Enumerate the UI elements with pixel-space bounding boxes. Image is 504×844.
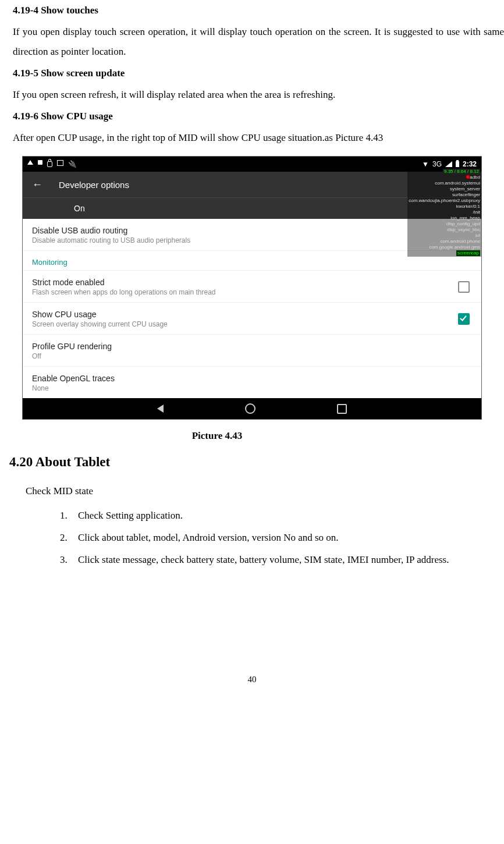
wifi-icon: ▼ bbox=[422, 160, 429, 168]
setting-sub: Off bbox=[32, 352, 472, 360]
para-4-19-6: After open CUP usage, in the right top o… bbox=[0, 128, 504, 148]
lead-4-20: Check MID state bbox=[13, 481, 504, 501]
setting-title: Show CPU usage bbox=[32, 310, 458, 319]
nav-recent-icon[interactable] bbox=[337, 404, 347, 414]
heading-4-19-5: 4.19-5 Show screen update bbox=[0, 68, 504, 79]
navbar bbox=[23, 398, 481, 419]
nav-back-icon[interactable] bbox=[157, 405, 164, 413]
page-number: 40 bbox=[0, 675, 504, 702]
setting-opengl-traces[interactable]: Enable OpenGL traces None bbox=[23, 367, 481, 398]
signal-icon bbox=[445, 161, 452, 167]
setting-title: Disable USB audio routing bbox=[32, 226, 472, 235]
figure-caption: Picture 4.43 bbox=[0, 430, 504, 442]
cpu-proc: com.wandoujia.phoenix2.usbproxy bbox=[409, 198, 480, 204]
list-item: Click state message, check battery state… bbox=[70, 550, 504, 570]
setting-sub: Flash screen when apps do long operation… bbox=[32, 288, 458, 296]
cpu-overlay: 9.35 / 8.64 / 8.12 adbd com.android.syst… bbox=[407, 168, 481, 257]
ordered-list-4-20: Check Setting application. Click about t… bbox=[47, 506, 504, 570]
para-4-19-4-text: If you open display touch screen operati… bbox=[13, 26, 504, 57]
checkbox-checked-icon[interactable] bbox=[458, 313, 470, 325]
screenshot-figure: 🔌 ▼ 3G 2:32 9.35 / 8.64 / 8.12 adbd com.… bbox=[22, 156, 482, 420]
setting-strict-mode[interactable]: Strict mode enabled Flash screen when ap… bbox=[23, 271, 481, 303]
notif-icon bbox=[38, 160, 42, 165]
lock-icon bbox=[47, 161, 52, 167]
battery-icon bbox=[456, 161, 459, 167]
setting-sub: None bbox=[32, 384, 472, 392]
para-4-19-5: If you open screen refresh, it will disp… bbox=[0, 85, 504, 105]
usb-icon: 🔌 bbox=[68, 160, 77, 168]
list-item: Check Setting application. bbox=[70, 506, 504, 526]
list-item: Click about tablet, model, Android versi… bbox=[70, 528, 504, 548]
notif-icon bbox=[27, 160, 33, 165]
cpu-proc: system_server bbox=[409, 186, 480, 192]
setting-title: Strict mode enabled bbox=[32, 278, 458, 287]
cpu-proc: adbd bbox=[470, 175, 480, 180]
cpu-proc: /init bbox=[409, 210, 480, 215]
setting-show-cpu[interactable]: Show CPU usage Screen overlay showing cu… bbox=[23, 303, 481, 335]
notif-icon bbox=[57, 160, 63, 166]
clock-label: 2:32 bbox=[463, 160, 477, 168]
setting-title: Enable OpenGL traces bbox=[32, 374, 472, 383]
cpu-proc: screencap bbox=[456, 250, 480, 256]
cpu-proc: com.google.android.gms bbox=[409, 244, 480, 250]
setting-title: Profile GPU rendering bbox=[32, 342, 472, 351]
back-icon[interactable]: ← bbox=[32, 179, 42, 191]
cpu-proc: disp_vsync_bbc bbox=[409, 227, 480, 233]
nav-home-icon[interactable] bbox=[245, 403, 255, 414]
cpu-overlay-load: 9.35 / 8.64 / 8.12 bbox=[443, 169, 480, 175]
checkbox-unchecked-icon[interactable] bbox=[458, 281, 470, 293]
heading-4-19-4: 4.19-4 Show touches bbox=[0, 5, 504, 16]
heading-4-20: 4.20 About Tablet bbox=[9, 455, 504, 470]
network-label: 3G bbox=[432, 160, 442, 168]
setting-sub: Disable automatic routing to USB audio p… bbox=[32, 236, 472, 244]
cpu-proc: ion_mm_heap bbox=[409, 215, 480, 221]
cpu-proc: disp_config_upd bbox=[409, 221, 480, 227]
cpu-proc: com.android.systemui bbox=[409, 180, 480, 186]
cpu-proc: kworker/0:1 bbox=[409, 204, 480, 210]
appbar-title: Developer options bbox=[59, 180, 129, 190]
setting-profile-gpu[interactable]: Profile GPU rendering Off bbox=[23, 335, 481, 367]
heading-4-19-6: 4.19-6 Show CPU usage bbox=[0, 111, 504, 122]
para-4-19-4: If you open display touch screen operati… bbox=[0, 22, 504, 62]
cpu-proc: sd bbox=[409, 233, 480, 239]
setting-sub: Screen overlay showing current CPU usage bbox=[32, 320, 458, 328]
cpu-proc: com.android.phone bbox=[409, 239, 480, 244]
cpu-proc: surfaceflinger bbox=[409, 192, 480, 198]
